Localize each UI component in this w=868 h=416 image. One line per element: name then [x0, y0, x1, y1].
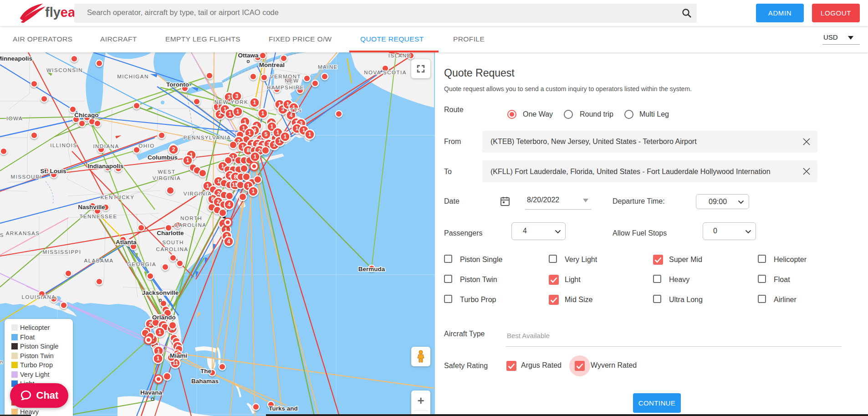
svg-text:1: 1	[253, 99, 256, 106]
svg-text:AS: AS	[0, 232, 4, 238]
svg-text:ARKANSAS: ARKANSAS	[6, 231, 40, 236]
svg-text:MISSISSIPPI: MISSISSIPPI	[43, 249, 82, 255]
svg-text:4: 4	[228, 201, 231, 208]
svg-text:CAROLINA: CAROLINA	[174, 222, 207, 228]
svg-text:4: 4	[227, 238, 230, 245]
svg-text:NOVA SCOTIA: NOVA SCOTIA	[364, 70, 407, 75]
svg-text:n: n	[0, 359, 4, 365]
svg-text:2: 2	[217, 199, 220, 205]
svg-text:1: 1	[284, 134, 287, 140]
svg-text:NEW: NEW	[285, 78, 299, 83]
svg-text:SOUTH: SOUTH	[162, 240, 184, 245]
svg-text:INDIANA: INDIANA	[93, 144, 119, 149]
svg-text:VIRGINIA: VIRGINIA	[184, 191, 212, 196]
svg-text:Bahamas: Bahamas	[191, 378, 219, 385]
svg-text:1: 1	[254, 154, 257, 160]
svg-text:Nashville: Nashville	[78, 204, 105, 211]
svg-text:1: 1	[206, 183, 209, 189]
svg-text:PENNSYLVANIA: PENNSYLVANIA	[184, 135, 231, 140]
svg-text:1: 1	[271, 123, 274, 130]
svg-text:IOWA: IOWA	[6, 116, 23, 121]
svg-text:Indianapolis: Indianapolis	[88, 163, 124, 169]
svg-text:1: 1	[229, 111, 232, 117]
svg-text:WEST: WEST	[158, 169, 175, 175]
svg-text:2: 2	[258, 147, 261, 154]
svg-text:2: 2	[149, 321, 152, 327]
svg-text:CAROLINA: CAROLINA	[156, 247, 189, 252]
svg-text:Havana: Havana	[140, 389, 163, 396]
svg-text:Jacksonville: Jacksonville	[142, 289, 179, 296]
svg-text:NEW YORK: NEW YORK	[214, 99, 248, 105]
svg-text:MAINE: MAINE	[318, 64, 338, 70]
svg-text:St. Louis: St. Louis	[41, 168, 66, 175]
svg-text:2: 2	[172, 146, 175, 153]
svg-text:Columbus: Columbus	[148, 154, 178, 161]
svg-text:Orlando: Orlando	[152, 314, 176, 321]
svg-text:TENNESSEE: TENNESSEE	[79, 214, 117, 219]
svg-text:NORTH: NORTH	[180, 216, 202, 221]
svg-text:The: The	[200, 368, 211, 375]
svg-text:5: 5	[265, 131, 268, 138]
svg-text:Charlotte: Charlotte	[157, 230, 184, 236]
svg-text:TTS: TTS	[290, 108, 302, 113]
svg-text:1: 1	[248, 130, 251, 136]
svg-text:1: 1	[217, 178, 220, 185]
svg-text:1: 1	[158, 329, 162, 335]
svg-text:Atlanta: Atlanta	[116, 239, 137, 246]
svg-text:WISCONSIN: WISCONSIN	[46, 67, 83, 73]
svg-text:4: 4	[290, 112, 293, 118]
svg-text:LOUISIANA: LOUISIANA	[22, 294, 56, 300]
svg-text:1: 1	[296, 125, 299, 132]
svg-text:ILLINOIS: ILLINOIS	[50, 143, 77, 148]
svg-text:Toronto: Toronto	[166, 81, 189, 88]
svg-text:GEORGIA: GEORGIA	[127, 262, 156, 267]
svg-text:Miami: Miami	[170, 352, 187, 359]
svg-text:HAMPSHIRE: HAMPSHIRE	[267, 85, 304, 90]
svg-text:8: 8	[247, 147, 250, 154]
svg-text:ISLAND: ISLAND	[388, 53, 412, 58]
svg-text:1: 1	[308, 131, 311, 138]
svg-text:ALABAMA: ALABAMA	[84, 258, 114, 263]
svg-text:1: 1	[157, 348, 160, 354]
svg-text:1: 1	[157, 355, 160, 362]
svg-text:KENTUCKY: KENTUCKY	[101, 195, 135, 200]
svg-text:Chicago: Chicago	[74, 112, 98, 118]
svg-text:3: 3	[235, 93, 239, 99]
svg-text:1: 1	[276, 129, 280, 136]
svg-text:Minneapolis: Minneapolis	[0, 55, 32, 62]
svg-text:1: 1	[252, 188, 255, 195]
svg-text:Bermuda: Bermuda	[358, 266, 385, 272]
svg-text:2: 2	[217, 190, 220, 196]
svg-text:MICHIGAN: MICHIGAN	[117, 74, 149, 79]
svg-text:Ottawa: Ottawa	[238, 52, 259, 59]
svg-text:1: 1	[261, 110, 265, 117]
svg-text:1: 1	[236, 108, 240, 115]
svg-text:MISSOURI: MISSOURI	[11, 174, 42, 180]
svg-text:OHIO: OHIO	[138, 143, 154, 149]
svg-text:8: 8	[234, 174, 237, 180]
svg-text:Turks and: Turks and	[269, 405, 298, 412]
svg-text:VIRGINIA: VIRGINIA	[153, 175, 181, 181]
svg-text:Montreal: Montreal	[259, 62, 285, 68]
svg-text:1: 1	[186, 157, 189, 164]
